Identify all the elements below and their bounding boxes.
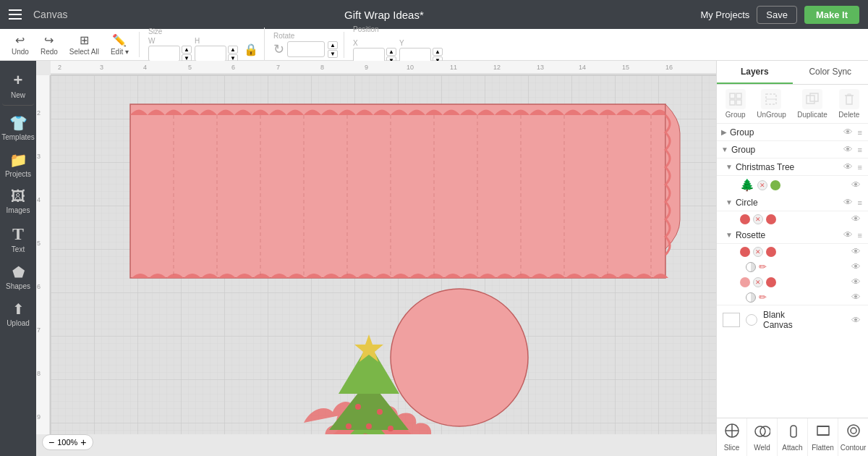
slice-button[interactable]: Slice [717, 418, 747, 456]
group-tool[interactable]: Group [726, 89, 746, 119]
contour-button[interactable]: Contour [838, 418, 868, 456]
save-button[interactable]: Save [757, 6, 797, 24]
canvas-area[interactable]: 2 3 4 5 6 7 8 9 10 11 12 13 14 15 16 2 [36, 61, 716, 456]
hamburger-menu[interactable] [9, 9, 22, 20]
layer-more-button[interactable]: ≡ [856, 198, 864, 207]
make-it-button[interactable]: Make It [804, 6, 859, 24]
layer-group1[interactable]: ▶ Group 👁 ≡ [717, 124, 868, 141]
svg-text:2: 2 [58, 64, 61, 71]
left-sidebar: + New 👕 Templates 📁 Projects 🖼 Images T … [0, 61, 36, 456]
layer-more-button[interactable]: ≡ [856, 163, 864, 172]
my-projects-button[interactable]: My Projects [700, 9, 749, 20]
delete-tool[interactable]: Delete [838, 89, 859, 119]
svg-text:11: 11 [450, 64, 457, 71]
sidebar-item-upload[interactable]: ⬆ Upload [2, 296, 34, 332]
sidebar-item-text[interactable]: T Text [2, 220, 34, 258]
blank-canvas-box [723, 313, 740, 327]
zoom-in-button[interactable]: + [80, 436, 86, 448]
sidebar-item-images[interactable]: 🖼 Images [2, 184, 34, 219]
weld-button[interactable]: Weld [747, 418, 778, 456]
sidebar-item-projects[interactable]: 📁 Projects [2, 147, 34, 182]
canvas-svg [51, 75, 716, 434]
red-dot2 [766, 247, 776, 257]
sublayer-eye-button[interactable]: 👁 [850, 180, 862, 190]
sublayer-eye-button[interactable]: 👁 [850, 246, 862, 257]
svg-rect-57 [736, 93, 741, 98]
svg-point-76 [851, 428, 856, 434]
group-tool-icon [726, 89, 746, 109]
layer-eye-button[interactable]: 👁 [842, 127, 854, 138]
circle-shape[interactable] [391, 289, 528, 426]
layer-more-button[interactable]: ≡ [856, 128, 864, 137]
pink-dot [740, 277, 750, 287]
select-all-button[interactable]: ⊞ Select All [65, 32, 103, 57]
svg-text:2: 2 [37, 109, 41, 117]
duplicate-tool-icon [802, 89, 822, 109]
rosette-sublayer3: ✕ 👁 [717, 274, 868, 290]
cross-icon: ✕ [753, 214, 763, 224]
svg-text:6: 6 [37, 283, 41, 290]
blank-canvas-eye[interactable]: 👁 [850, 315, 862, 326]
svg-text:14: 14 [579, 64, 586, 71]
edit-button[interactable]: ✏️ Edit ▾ [106, 32, 133, 57]
main-rect[interactable] [130, 104, 665, 278]
y-up-button[interactable]: ▲ [433, 48, 443, 56]
zoom-out-button[interactable]: − [48, 436, 54, 448]
app-title: Canvas [33, 9, 67, 20]
svg-point-54 [346, 423, 352, 429]
green-dot [770, 180, 780, 190]
expand-icon: ▼ [726, 231, 733, 239]
redo-button[interactable]: ↪ Redo [36, 32, 62, 57]
expand-icon: ▼ [721, 145, 728, 153]
rotate-input[interactable] [287, 41, 325, 57]
flatten-button[interactable]: Flatten [808, 418, 838, 456]
rotate-up-button[interactable]: ▲ [328, 41, 338, 49]
x-up-button[interactable]: ▲ [386, 48, 396, 56]
svg-point-75 [848, 425, 859, 436]
duplicate-tool[interactable]: Duplicate [797, 89, 827, 119]
ungroup-tool-icon [761, 89, 781, 109]
sublayer-eye-button[interactable]: 👁 [850, 292, 862, 303]
canvas-content[interactable] [51, 75, 716, 434]
layer-christmas-tree[interactable]: ▼ Christmas Tree 👁 ≡ [717, 159, 868, 176]
rotate-down-button[interactable]: ▼ [328, 50, 338, 58]
svg-rect-66 [848, 94, 851, 96]
layer-eye-button[interactable]: 👁 [842, 144, 854, 155]
ruler-left: 2 3 4 5 6 7 8 9 10 [36, 75, 51, 434]
width-input[interactable] [148, 46, 180, 62]
attach-button[interactable]: Attach [778, 418, 808, 456]
sublayer-eye-button[interactable]: 👁 [850, 214, 862, 224]
pencil-icon: ✏ [759, 292, 767, 303]
sidebar-item-new[interactable]: + New [2, 67, 34, 106]
layer-more-button[interactable]: ≡ [856, 231, 864, 240]
rosette-sublayer2: ✏ 👁 [717, 259, 868, 274]
layer-rosette[interactable]: ▼ Rosette 👁 ≡ [717, 227, 868, 244]
layer-eye-button[interactable]: 👁 [842, 197, 854, 208]
sublayer-eye-button[interactable]: 👁 [850, 261, 862, 272]
tab-color-sync[interactable]: Color Sync [793, 61, 869, 84]
sublayer-eye-button[interactable]: 👁 [850, 276, 862, 287]
sidebar-item-shapes[interactable]: ⬟ Shapes [2, 259, 34, 295]
rosette-sublayer4: ✏ 👁 [717, 290, 868, 305]
height-up-button[interactable]: ▲ [228, 46, 238, 54]
layer-eye-button[interactable]: 👁 [842, 161, 854, 172]
red-dot [766, 277, 776, 287]
panel-tabs: Layers Color Sync [717, 61, 868, 85]
layer-group2[interactable]: ▼ Group 👁 ≡ [717, 141, 868, 159]
tree-icon: 🌲 [740, 178, 754, 192]
width-up-button[interactable]: ▲ [182, 46, 192, 54]
undo-button[interactable]: ↩ Undo [7, 32, 33, 57]
height-input[interactable] [195, 46, 226, 62]
svg-text:5: 5 [37, 240, 41, 247]
ungroup-tool[interactable]: UnGroup [757, 89, 786, 119]
svg-text:3: 3 [100, 64, 103, 71]
svg-text:16: 16 [665, 64, 673, 71]
blank-canvas-circle [746, 314, 757, 326]
tab-layers[interactable]: Layers [717, 61, 793, 84]
layer-eye-button[interactable]: 👁 [842, 229, 854, 240]
svg-point-52 [377, 409, 383, 415]
layer-more-button[interactable]: ≡ [856, 145, 864, 154]
sidebar-item-templates[interactable]: 👕 Templates [2, 110, 34, 145]
scallop-top [130, 110, 668, 116]
layer-circle[interactable]: ▼ Circle 👁 ≡ [717, 194, 868, 211]
